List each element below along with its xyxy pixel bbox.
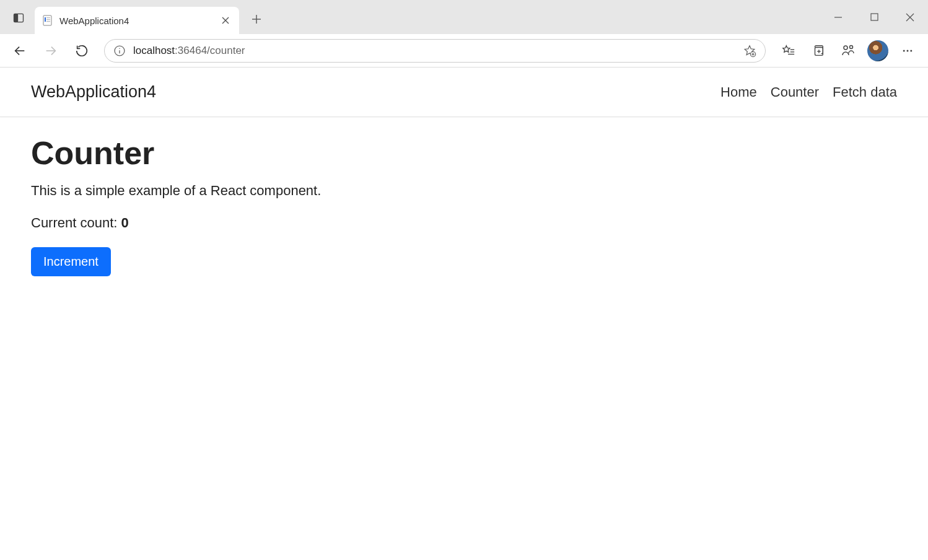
window-controls	[820, 0, 928, 34]
plus-icon	[252, 14, 261, 24]
nav-counter[interactable]: Counter	[771, 84, 819, 100]
refresh-icon	[75, 44, 89, 58]
app-brand[interactable]: WebApplication4	[31, 82, 156, 102]
app-header: WebApplication4 Home Counter Fetch data	[0, 68, 928, 117]
count-value: 0	[121, 215, 129, 230]
tab-actions-button[interactable]	[6, 6, 31, 30]
svg-rect-1	[14, 14, 19, 22]
svg-rect-4	[46, 17, 50, 18]
window-maximize-button[interactable]	[856, 5, 892, 30]
info-icon	[113, 45, 126, 57]
forward-button[interactable]	[37, 38, 64, 63]
puzzle-person-icon	[841, 43, 856, 58]
page-description: This is a simple example of a React comp…	[31, 183, 897, 199]
browser-titlebar: WebApplication4	[0, 0, 928, 34]
nav-fetch-data[interactable]: Fetch data	[833, 84, 897, 100]
star-plus-icon	[743, 44, 756, 58]
refresh-button[interactable]	[68, 38, 95, 63]
count-line: Current count: 0	[31, 215, 897, 231]
url-path: :36464/counter	[175, 45, 245, 56]
svg-point-31	[844, 46, 847, 50]
app-nav: Home Counter Fetch data	[720, 84, 897, 100]
page-favicon	[42, 15, 53, 26]
collections-button[interactable]	[804, 38, 833, 63]
browser-toolbar: localhost:36464/counter	[0, 34, 928, 68]
svg-point-33	[903, 50, 905, 51]
svg-rect-6	[46, 21, 50, 22]
minimize-icon	[834, 13, 843, 22]
svg-point-19	[119, 48, 120, 49]
collections-icon	[812, 44, 825, 58]
window-close-button[interactable]	[892, 5, 928, 30]
back-button[interactable]	[6, 38, 33, 63]
new-tab-button[interactable]	[244, 7, 269, 32]
tab-title: WebApplication4	[59, 15, 213, 26]
window-split-icon	[12, 12, 25, 24]
url-host: localhost	[133, 45, 175, 56]
page-title: Counter	[31, 134, 897, 172]
arrow-right-icon	[44, 44, 58, 58]
close-icon	[906, 13, 914, 22]
profile-avatar[interactable]	[867, 40, 888, 61]
add-favorite-button[interactable]	[743, 44, 756, 58]
ellipsis-icon	[901, 45, 914, 57]
window-minimize-button[interactable]	[820, 5, 856, 30]
browser-essentials-button[interactable]	[834, 38, 862, 63]
maximize-icon	[870, 13, 878, 21]
svg-point-34	[907, 50, 909, 51]
favorites-button[interactable]	[774, 38, 803, 63]
arrow-left-icon	[13, 44, 27, 58]
toolbar-right	[774, 38, 922, 63]
nav-home[interactable]: Home	[720, 84, 757, 100]
star-lines-icon	[782, 44, 795, 58]
svg-point-32	[850, 45, 853, 48]
svg-rect-5	[46, 19, 50, 20]
increment-button[interactable]: Increment	[31, 247, 111, 276]
main-content: Counter This is a simple example of a Re…	[0, 117, 928, 294]
page-content: WebApplication4 Home Counter Fetch data …	[0, 68, 928, 294]
url-text: localhost:36464/counter	[133, 45, 245, 57]
address-bar[interactable]: localhost:36464/counter	[104, 39, 766, 63]
close-icon	[222, 17, 229, 24]
browser-tab[interactable]: WebApplication4	[35, 7, 239, 34]
site-info-button[interactable]	[113, 45, 126, 57]
svg-rect-12	[871, 14, 878, 20]
count-label: Current count:	[31, 215, 121, 230]
svg-rect-2	[43, 15, 51, 25]
svg-point-35	[910, 50, 912, 51]
svg-marker-24	[783, 45, 790, 52]
svg-rect-3	[45, 17, 46, 22]
tab-close-button[interactable]	[219, 14, 232, 27]
settings-menu-button[interactable]	[893, 38, 922, 63]
